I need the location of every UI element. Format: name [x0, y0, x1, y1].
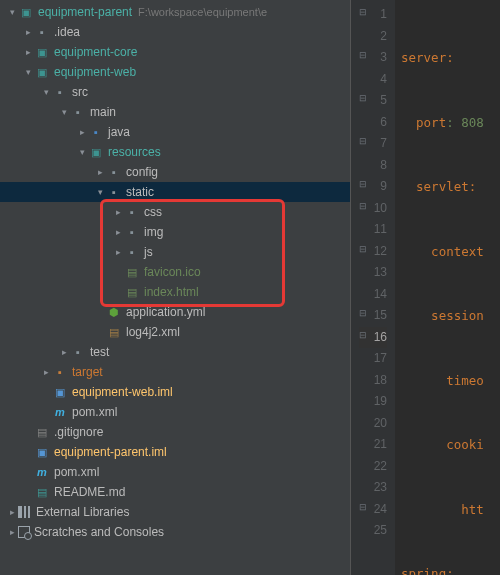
- tree-item-config[interactable]: ▸ ▪ config: [0, 162, 350, 182]
- tree-label: index.html: [144, 285, 199, 299]
- gutter-line: 3⊟: [359, 47, 387, 69]
- editor-gutter[interactable]: 1⊟23⊟45⊟67⊟89⊟10⊟1112⊟131415⊟16⊟17181920…: [351, 0, 395, 575]
- folder-icon: ▪: [34, 24, 50, 40]
- tree-item-webiml[interactable]: ▣ equipment-web.iml: [0, 382, 350, 402]
- tree-label: css: [144, 205, 162, 219]
- iml-file-icon: ▣: [34, 444, 50, 460]
- tree-root[interactable]: ▾ ▣ equipment-parent F:\workspace\equipm…: [0, 2, 350, 22]
- gutter-line: 23: [359, 477, 387, 499]
- tree-label: equipment-web.iml: [72, 385, 173, 399]
- tree-item-target[interactable]: ▸ ▪ target: [0, 362, 350, 382]
- chevron-right-icon[interactable]: ▸: [112, 207, 124, 217]
- tree-item-scratches[interactable]: ▸ Scratches and Consoles: [0, 522, 350, 542]
- gutter-line: 2: [359, 26, 387, 48]
- tree-item-favicon[interactable]: ▤ favicon.ico: [0, 262, 350, 282]
- chevron-down-icon[interactable]: ▾: [40, 87, 52, 97]
- gutter-line: 8: [359, 155, 387, 177]
- fold-icon[interactable]: ⊟: [357, 502, 367, 512]
- gitignore-file-icon: ▤: [34, 424, 50, 440]
- fold-icon[interactable]: ⊟: [357, 308, 367, 318]
- tree-label: equipment-parent: [38, 5, 132, 19]
- folder-icon: ▪: [124, 224, 140, 240]
- fold-icon[interactable]: ⊟: [357, 330, 367, 340]
- chevron-right-icon[interactable]: ▸: [22, 27, 34, 37]
- tree-label: External Libraries: [36, 505, 129, 519]
- fold-icon[interactable]: ⊟: [357, 201, 367, 211]
- chevron-down-icon[interactable]: ▾: [94, 187, 106, 197]
- fold-icon[interactable]: ⊟: [357, 50, 367, 60]
- chevron-right-icon[interactable]: ▸: [22, 47, 34, 57]
- image-file-icon: ▤: [124, 264, 140, 280]
- tree-item-webpom[interactable]: m pom.xml: [0, 402, 350, 422]
- tree-item-idea[interactable]: ▸ ▪ .idea: [0, 22, 350, 42]
- folder-icon: ▪: [52, 84, 68, 100]
- chevron-right-icon[interactable]: ▸: [112, 247, 124, 257]
- chevron-down-icon[interactable]: ▾: [22, 67, 34, 77]
- tree-item-main[interactable]: ▾ ▪ main: [0, 102, 350, 122]
- tree-item-readme[interactable]: ▤ README.md: [0, 482, 350, 502]
- tree-item-appyml[interactable]: ⬢ application.yml: [0, 302, 350, 322]
- tree-item-static[interactable]: ▾ ▪ static: [0, 182, 350, 202]
- chevron-right-icon[interactable]: ▸: [6, 507, 18, 517]
- tree-item-src[interactable]: ▾ ▪ src: [0, 82, 350, 102]
- editor-panel: 1⊟23⊟45⊟67⊟89⊟10⊟1112⊟131415⊟16⊟17181920…: [350, 0, 500, 575]
- fold-icon[interactable]: ⊟: [357, 136, 367, 146]
- chevron-down-icon[interactable]: ▾: [76, 147, 88, 157]
- tree-item-log4j2[interactable]: ▤ log4j2.xml: [0, 322, 350, 342]
- tree-label: img: [144, 225, 163, 239]
- tree-item-resources[interactable]: ▾ ▣ resources: [0, 142, 350, 162]
- tree-item-index[interactable]: ▤ index.html: [0, 282, 350, 302]
- folder-icon: ▪: [124, 244, 140, 260]
- fold-icon[interactable]: ⊟: [357, 7, 367, 17]
- tree-label: target: [72, 365, 103, 379]
- chevron-right-icon[interactable]: ▸: [94, 167, 106, 177]
- gutter-line: 17: [359, 348, 387, 370]
- chevron-down-icon[interactable]: ▾: [6, 7, 18, 17]
- gutter-line: 4: [359, 69, 387, 91]
- tree-item-web[interactable]: ▾ ▣ equipment-web: [0, 62, 350, 82]
- chevron-right-icon[interactable]: ▸: [40, 367, 52, 377]
- module-folder-icon: ▣: [34, 64, 50, 80]
- tree-label: src: [72, 85, 88, 99]
- tree-item-gitignore[interactable]: ▤ .gitignore: [0, 422, 350, 442]
- folder-icon: ▪: [124, 204, 140, 220]
- gutter-line: 1⊟: [359, 4, 387, 26]
- chevron-right-icon[interactable]: ▸: [112, 227, 124, 237]
- tree-label: main: [90, 105, 116, 119]
- xml-file-icon: ▤: [106, 324, 122, 340]
- project-tree: ▾ ▣ equipment-parent F:\workspace\equipm…: [0, 0, 350, 542]
- chevron-right-icon[interactable]: ▸: [58, 347, 70, 357]
- tree-item-test[interactable]: ▸ ▪ test: [0, 342, 350, 362]
- fold-icon[interactable]: ⊟: [357, 93, 367, 103]
- tree-item-java[interactable]: ▸ ▪ java: [0, 122, 350, 142]
- tree-item-css[interactable]: ▸ ▪ css: [0, 202, 350, 222]
- chevron-down-icon[interactable]: ▾: [58, 107, 70, 117]
- maven-file-icon: m: [52, 404, 68, 420]
- fold-icon[interactable]: ⊟: [357, 179, 367, 189]
- tree-label: .gitignore: [54, 425, 103, 439]
- chevron-right-icon[interactable]: ▸: [76, 127, 88, 137]
- gutter-line: 19: [359, 391, 387, 413]
- gutter-line: 20: [359, 413, 387, 435]
- gutter-line: 18: [359, 370, 387, 392]
- tree-label: java: [108, 125, 130, 139]
- resources-folder-icon: ▣: [88, 144, 104, 160]
- fold-icon[interactable]: ⊟: [357, 244, 367, 254]
- tree-item-external-libraries[interactable]: ▸ External Libraries: [0, 502, 350, 522]
- gutter-line: 25: [359, 520, 387, 542]
- gutter-line: 24⊟: [359, 499, 387, 521]
- tree-item-core[interactable]: ▸ ▣ equipment-core: [0, 42, 350, 62]
- tree-item-rootpom[interactable]: m pom.xml: [0, 462, 350, 482]
- yaml-file-icon: ⬢: [106, 304, 122, 320]
- chevron-right-icon[interactable]: ▸: [6, 527, 18, 537]
- editor-code[interactable]: server: port: 808 servlet: context sessi…: [395, 0, 484, 575]
- libraries-icon: [18, 506, 32, 518]
- gutter-line: 16⊟: [359, 327, 387, 349]
- tree-item-js[interactable]: ▸ ▪ js: [0, 242, 350, 262]
- tree-label: equipment-parent.iml: [54, 445, 167, 459]
- tree-label: pom.xml: [72, 405, 117, 419]
- project-tree-panel: ▾ ▣ equipment-parent F:\workspace\equipm…: [0, 0, 350, 575]
- tree-item-parentiml[interactable]: ▣ equipment-parent.iml: [0, 442, 350, 462]
- folder-icon: ▪: [70, 104, 86, 120]
- tree-item-img[interactable]: ▸ ▪ img: [0, 222, 350, 242]
